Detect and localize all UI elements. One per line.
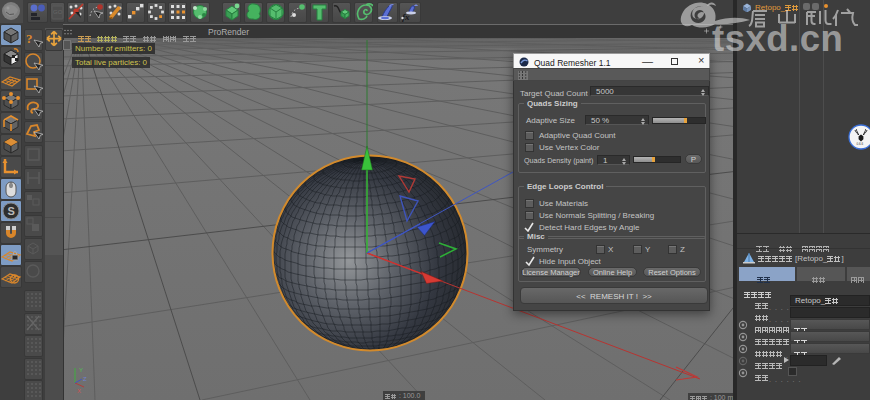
- svg-text:fx: fx: [402, 12, 410, 22]
- svg-text:0.6.6: 0.6.6: [857, 142, 864, 146]
- svg-text:S: S: [8, 205, 15, 217]
- svg-text:Y: Y: [79, 367, 83, 373]
- svg-text:?: ?: [26, 31, 33, 46]
- svg-text:Z: Z: [83, 376, 87, 382]
- svg-text:X: X: [77, 388, 81, 394]
- svg-text:GO: GO: [53, 9, 63, 15]
